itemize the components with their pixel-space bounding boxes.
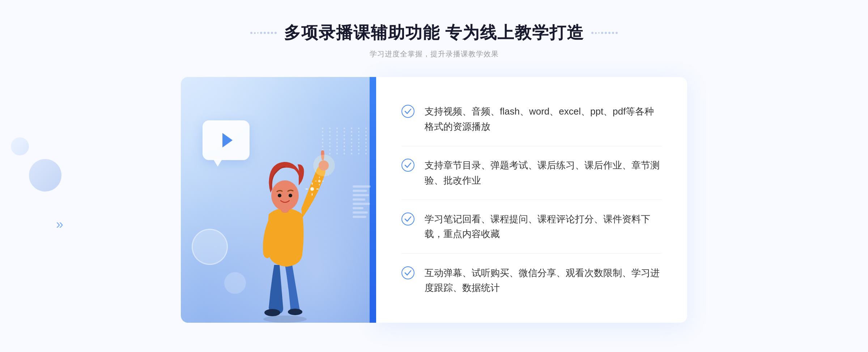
svg-point-21 — [402, 213, 414, 225]
feature-item-2: 支持章节目录、弹题考试、课后练习、课后作业、章节测验、批改作业 — [401, 151, 662, 194]
page-wrapper: 多项录播课辅助功能 专为线上教学打造 学习进度全掌握，提升录播课教学效果 — [0, 0, 868, 352]
chevron-left-decoration: » — [56, 217, 63, 232]
decorator-dots-left — [250, 32, 277, 34]
header-section: 多项录播课辅助功能 专为线上教学打造 学习进度全掌握，提升录播课教学效果 — [250, 22, 618, 59]
feature-text-2: 支持章节目录、弹题考试、课后练习、课后作业、章节测验、批改作业 — [425, 158, 662, 188]
divider-1 — [401, 146, 662, 146]
play-icon — [222, 133, 233, 147]
content-panel: 支持视频、音频、flash、word、excel、ppt、pdf等各种格式的资源… — [376, 77, 687, 323]
feature-text-3: 学习笔记回看、课程提问、课程评论打分、课件资料下载，重点内容收藏 — [425, 212, 662, 242]
svg-point-18 — [313, 155, 335, 176]
svg-point-19 — [402, 105, 414, 117]
left-deco-circle-large — [29, 159, 61, 192]
person-illustration — [238, 142, 339, 323]
feature-item-3: 学习笔记回看、课程提问、课程评论打分、课件资料下载，重点内容收藏 — [401, 205, 662, 248]
feature-item-4: 互动弹幕、试听购买、微信分享、观看次数限制、学习进度跟踪、数据统计 — [401, 259, 662, 302]
svg-point-0 — [263, 315, 307, 323]
svg-point-13 — [318, 180, 321, 183]
decorator-dots-right — [591, 32, 618, 34]
feature-item-1: 支持视频、音频、flash、word、excel、ppt、pdf等各种格式的资源… — [401, 98, 662, 141]
sub-title: 学习进度全掌握，提升录播课教学效果 — [250, 49, 618, 59]
divider-3 — [401, 253, 662, 254]
svg-point-2 — [288, 309, 302, 315]
check-icon-1 — [401, 105, 414, 118]
svg-point-22 — [402, 267, 414, 279]
divider-2 — [401, 199, 662, 200]
header-decorators: 多项录播课辅助功能 专为线上教学打造 — [250, 22, 618, 44]
check-icon-4 — [401, 266, 414, 279]
check-icon-3 — [401, 213, 414, 226]
svg-point-5 — [271, 180, 299, 211]
stripes-decoration — [353, 185, 371, 229]
svg-point-6 — [278, 194, 281, 197]
svg-point-1 — [264, 309, 280, 316]
svg-point-20 — [402, 159, 414, 171]
deco-circle-large — [192, 229, 228, 265]
svg-point-7 — [289, 194, 292, 197]
feature-text-1: 支持视频、音频、flash、word、excel、ppt、pdf等各种格式的资源… — [425, 104, 662, 134]
check-icon-2 — [401, 159, 414, 172]
main-title: 多项录播课辅助功能 专为线上教学打造 — [284, 22, 584, 44]
left-deco-circle-small — [11, 137, 29, 155]
illustration-panel — [181, 77, 376, 323]
svg-point-8 — [310, 187, 314, 191]
feature-text-4: 互动弹幕、试听购买、微信分享、观看次数限制、学习进度跟踪、数据统计 — [425, 266, 662, 296]
content-area: 支持视频、音频、flash、word、excel、ppt、pdf等各种格式的资源… — [181, 77, 687, 323]
